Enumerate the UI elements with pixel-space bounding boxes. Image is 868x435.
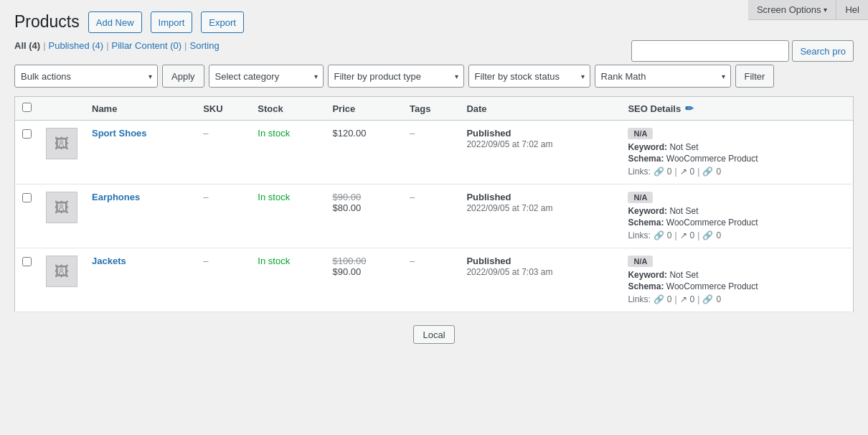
link-icon-internal-2: 🔗	[654, 230, 664, 240]
product-price-cell-2: $90.00 $80.00	[325, 184, 402, 248]
filter-pillar[interactable]: Pillar Content (0)	[112, 40, 182, 51]
table-row: 🖼 Jackets – In stock $100.00 $90.00 – Pu…	[15, 248, 854, 312]
seo-score-2: N/A	[628, 192, 653, 203]
row-checkbox-3[interactable]	[22, 257, 32, 266]
help-label: Hel	[845, 4, 859, 15]
product-thumb-cell-3: 🖼	[39, 248, 85, 312]
product-stock-cell-2: In stock	[250, 184, 325, 248]
toolbar: Bulk actions ▾ Apply Select category ▾ F…	[14, 65, 854, 88]
internal-count-2: 0	[667, 230, 672, 240]
product-date-cell-3: Published 2022/09/05 at 7:03 am	[459, 248, 621, 312]
table-row: 🖼 Sport Shoes – In stock $120.00 – Publi…	[15, 121, 854, 184]
price-col-header[interactable]: Price	[325, 97, 402, 121]
page-title: Products	[14, 11, 80, 33]
product-thumb-icon-1: 🖼	[55, 136, 69, 152]
seo-edit-icon[interactable]: ✏	[685, 103, 694, 114]
seo-score-3: N/A	[628, 256, 653, 267]
seo-col-header: SEO Details ✏	[621, 97, 853, 121]
date-col-header[interactable]: Date	[459, 97, 621, 121]
product-thumb-icon-3: 🖼	[55, 263, 69, 280]
screen-options-button[interactable]: Screen Options ▾	[748, 0, 836, 20]
apply-button[interactable]: Apply	[162, 65, 204, 88]
product-name-cell-2: Earphones	[85, 184, 196, 248]
product-date-cell-1: Published 2022/09/05 at 7:02 am	[459, 121, 621, 184]
link-icon-external-3: ↗	[680, 294, 687, 304]
link-icon-internal-3: 🔗	[654, 294, 664, 304]
product-name-link-3[interactable]: Jackets	[92, 256, 126, 266]
product-price-cell-3: $100.00 $90.00	[325, 248, 402, 312]
product-name-link-2[interactable]: Earphones	[92, 192, 140, 202]
links-label-2: Links:	[628, 230, 650, 240]
filter-published[interactable]: Published (4)	[49, 40, 104, 51]
link-icon-internal-1: 🔗	[654, 167, 664, 177]
product-date-cell-2: Published 2022/09/05 at 7:02 am	[459, 184, 621, 248]
link-icon-affiliate-2: 🔗	[702, 230, 713, 240]
internal-count-3: 0	[667, 294, 672, 304]
row-checkbox-1[interactable]	[22, 129, 32, 139]
thumb-col-header	[39, 97, 85, 121]
stock-col-header[interactable]: Stock	[250, 97, 325, 121]
affiliate-count-1: 0	[716, 167, 721, 177]
filter-button[interactable]: Filter	[735, 65, 775, 88]
product-sku-cell-3: –	[196, 248, 250, 312]
product-type-select[interactable]: Filter by product type	[328, 65, 464, 88]
table-row: 🖼 Earphones – In stock $90.00 $80.00 – P…	[15, 184, 854, 248]
help-button[interactable]: Hel	[836, 0, 868, 20]
products-table: Name SKU Stock Price Tags Date	[14, 96, 854, 312]
stock-status-select[interactable]: Filter by stock status	[468, 65, 590, 88]
sku-col-header[interactable]: SKU	[196, 97, 250, 121]
product-tags-cell-3: –	[402, 248, 459, 312]
add-new-button[interactable]: Add New	[88, 11, 142, 33]
product-stock-cell-1: In stock	[250, 121, 325, 184]
product-seo-cell-3: N/A Keyword: Not Set Schema: WooCommerce…	[621, 248, 853, 312]
product-name-cell-1: Sport Shoes	[85, 121, 196, 184]
export-button[interactable]: Export	[201, 11, 244, 33]
search-input[interactable]	[631, 40, 789, 62]
product-thumb-icon-2: 🖼	[55, 200, 69, 216]
affiliate-count-3: 0	[716, 294, 721, 304]
link-icon-external-1: ↗	[680, 167, 687, 177]
seo-score-1: N/A	[628, 128, 653, 139]
local-button[interactable]: Local	[413, 325, 454, 344]
link-icon-affiliate-1: 🔗	[702, 167, 713, 177]
link-icon-affiliate-3: 🔗	[702, 294, 713, 304]
product-name-cell-3: Jackets	[85, 248, 196, 312]
screen-options-arrow-icon: ▾	[824, 6, 827, 14]
links-label-3: Links:	[628, 294, 650, 304]
product-tags-cell-2: –	[402, 184, 459, 248]
product-price-cell-1: $120.00	[325, 121, 402, 184]
external-count-1: 0	[690, 167, 695, 177]
rank-math-select[interactable]: Rank Math	[595, 65, 731, 88]
screen-options-label: Screen Options	[757, 4, 821, 15]
affiliate-count-2: 0	[716, 230, 721, 240]
external-count-3: 0	[690, 294, 695, 304]
search-button[interactable]: Search pro	[792, 40, 854, 62]
product-seo-cell-1: N/A Keyword: Not Set Schema: WooCommerce…	[621, 121, 853, 184]
filter-all[interactable]: All (4)	[14, 40, 40, 51]
import-button[interactable]: Import	[151, 11, 193, 33]
product-stock-cell-3: In stock	[250, 248, 325, 312]
select-all-checkbox[interactable]	[22, 103, 32, 112]
product-name-link-1[interactable]: Sport Shoes	[92, 128, 147, 139]
filter-links: All (4) | Published (4) | Pillar Content…	[14, 40, 220, 51]
category-select[interactable]: Select category	[209, 65, 324, 88]
internal-count-1: 0	[667, 167, 672, 177]
link-icon-external-2: ↗	[680, 230, 687, 240]
product-thumb-cell-2: 🖼	[39, 184, 85, 248]
product-tags-cell-1: –	[402, 121, 459, 184]
bulk-actions-select[interactable]: Bulk actions	[14, 65, 158, 88]
row-checkbox-2[interactable]	[22, 193, 32, 202]
product-sku-cell-2: –	[196, 184, 250, 248]
product-sku-cell-1: –	[196, 121, 250, 184]
filter-sorting[interactable]: Sorting	[190, 40, 220, 51]
links-label-1: Links:	[628, 167, 650, 177]
tags-col-header[interactable]: Tags	[402, 97, 459, 121]
external-count-2: 0	[690, 230, 695, 240]
name-col-header[interactable]: Name	[85, 97, 196, 121]
product-thumb-cell-1: 🖼	[39, 121, 85, 184]
product-seo-cell-2: N/A Keyword: Not Set Schema: WooCommerce…	[621, 184, 853, 248]
